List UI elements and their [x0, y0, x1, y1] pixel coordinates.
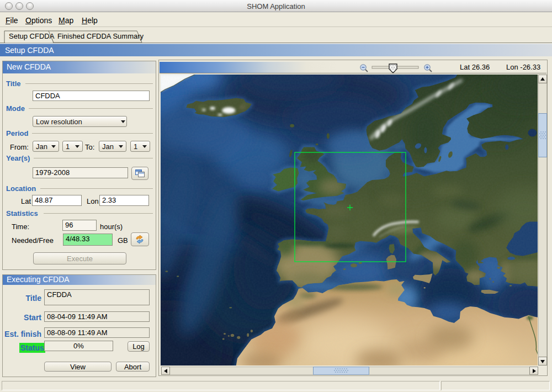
- svg-text:Lat 26.36: Lat 26.36: [460, 63, 490, 71]
- svg-text:Lon -26.33: Lon -26.33: [506, 63, 540, 71]
- svg-text:Finished CFDDA Summary: Finished CFDDA Summary: [57, 32, 144, 40]
- svg-text:Setup CFDDA: Setup CFDDA: [9, 32, 55, 40]
